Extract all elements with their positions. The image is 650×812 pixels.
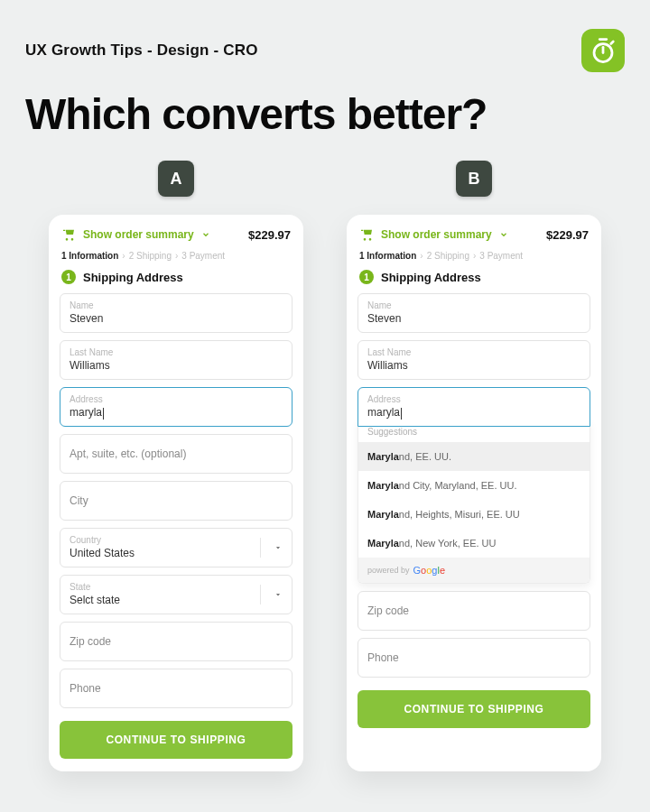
chevron-down-icon <box>499 230 508 239</box>
order-total: $229.97 <box>248 228 291 242</box>
order-total: $229.97 <box>546 228 589 242</box>
chevron-down-icon <box>274 576 283 614</box>
option-a-badge: A <box>158 161 194 197</box>
name-field[interactable]: Name Steven <box>358 293 590 333</box>
step-number-badge: 1 <box>359 270 374 284</box>
crumb-payment[interactable]: 3 Payment <box>181 251 225 261</box>
cart-icon <box>61 227 76 242</box>
text-caret <box>401 408 402 420</box>
city-field[interactable]: City <box>60 481 292 521</box>
continue-button[interactable]: CONTINUE TO SHIPPING <box>60 721 292 759</box>
variant-b-card: Show order summary $229.97 1 Information… <box>347 215 601 771</box>
suggestion-item[interactable]: Maryland, EE. UU. <box>358 442 590 471</box>
page-headline: Which converts better? <box>0 72 650 137</box>
address-field[interactable]: Address maryla <box>358 387 590 427</box>
page-kicker: UX Growth Tips - Design - CRO <box>25 42 258 60</box>
order-summary-label: Show order summary <box>381 228 492 241</box>
order-summary-label: Show order summary <box>83 228 194 241</box>
apt-field[interactable]: Apt, suite, etc. (optional) <box>60 434 292 474</box>
text-caret <box>103 408 104 420</box>
state-select[interactable]: State Selct state <box>60 575 292 614</box>
section-title: Shipping Address <box>83 271 183 284</box>
address-suggestions: Suggestions Maryland, EE. UU. Maryland C… <box>358 420 590 584</box>
crumb-shipping[interactable]: 2 Shipping <box>129 251 172 261</box>
suggestion-item[interactable]: Maryland, Heights, Misuri, EE. UU <box>358 500 590 529</box>
order-summary-toggle[interactable]: Show order summary <box>359 227 508 242</box>
chevron-down-icon <box>274 529 283 567</box>
crumb-information[interactable]: 1 Information <box>61 251 118 261</box>
crumb-shipping[interactable]: 2 Shipping <box>427 251 469 261</box>
phone-field[interactable]: Phone <box>358 638 590 678</box>
stopwatch-icon <box>581 29 625 72</box>
continue-button[interactable]: CONTINUE TO SHIPPING <box>358 690 590 728</box>
crumb-information[interactable]: 1 Information <box>359 251 416 261</box>
lastname-field[interactable]: Last Name Williams <box>358 340 590 380</box>
breadcrumb: 1 Information › 2 Shipping › 3 Payment <box>356 247 592 268</box>
country-select[interactable]: Country United States <box>60 528 292 567</box>
zip-field[interactable]: Zip code <box>60 622 292 661</box>
name-field[interactable]: Name Steven <box>60 293 292 333</box>
cart-icon <box>359 227 374 242</box>
zip-field[interactable]: Zip code <box>358 591 590 631</box>
phone-field[interactable]: Phone <box>60 669 292 708</box>
crumb-payment[interactable]: 3 Payment <box>479 251 523 261</box>
lastname-field[interactable]: Last Name Williams <box>60 340 292 380</box>
breadcrumb: 1 Information › 2 Shipping › 3 Payment <box>58 247 294 268</box>
google-logo: Google <box>413 565 446 576</box>
suggestion-item[interactable]: Maryland City, Maryland, EE. UU. <box>358 471 590 500</box>
powered-by-google: powered by Google <box>358 558 590 583</box>
chevron-down-icon <box>201 230 210 239</box>
suggestion-item[interactable]: Maryland, New York, EE. UU <box>358 529 590 558</box>
order-summary-toggle[interactable]: Show order summary <box>61 227 210 242</box>
step-number-badge: 1 <box>61 270 76 284</box>
section-title: Shipping Address <box>381 271 481 284</box>
address-field[interactable]: Address maryla <box>60 387 292 427</box>
variant-a-card: Show order summary $229.97 1 Information… <box>49 215 303 771</box>
option-b-badge: B <box>456 161 492 197</box>
